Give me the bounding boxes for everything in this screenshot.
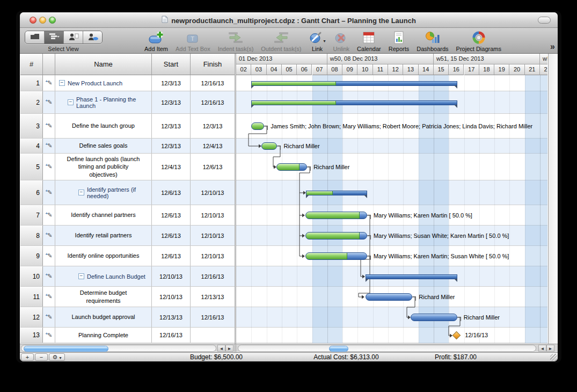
row-number[interactable]: 2 [20,91,43,113]
start-date[interactable]: 12/6/13 [152,246,191,266]
gantt-bar-task-5[interactable] [276,163,307,171]
assign-resources-icon[interactable]: +✎ [43,307,55,327]
task-name-cell[interactable]: Identify retail partners [55,226,152,245]
close-button[interactable] [30,17,36,24]
assign-resources-icon[interactable]: +✎ [43,91,55,113]
start-date[interactable]: 12/3/13 [152,139,191,153]
chart-scroll-left-arrow[interactable]: ◄ [538,345,546,352]
titlebar[interactable]: newproductlaunch_multiproject.cdpz : Gan… [20,12,558,28]
column-header-number[interactable]: # [20,54,43,75]
collapse-toggle[interactable]: − [68,99,74,105]
start-date[interactable]: 12/4/13 [152,154,191,180]
gantt-bar-task-10[interactable] [366,274,457,279]
table-row[interactable]: 10+✎−Define Launch Budget12/10/1312/16/1… [20,266,235,287]
row-number[interactable]: 4 [20,139,43,153]
gantt-bar-task-6[interactable] [306,191,367,195]
row-number[interactable]: 11 [20,287,43,307]
column-header-finish[interactable]: Finish [191,54,235,75]
assign-resources-icon[interactable]: +✎ [43,139,55,153]
row-number[interactable]: 10 [20,266,43,286]
toolbar-button-reports[interactable]: Reports [389,30,410,52]
task-name-cell[interactable]: Define launch goals (launch timing and p… [55,154,152,180]
task-name-cell[interactable]: Identify online opportunities [55,246,152,266]
table-row[interactable]: 11+✎Determine budget requirements12/10/1… [20,287,235,307]
toolbar-button-link[interactable]: ▾Link [309,30,326,52]
finish-date[interactable]: 12/10/13 [191,226,235,245]
table-hscrollbar-thumb[interactable] [24,346,108,352]
table-row[interactable]: 13+✎Planning Complete12/16/13 [20,328,235,343]
select-view-segment-2[interactable] [45,31,64,43]
task-name-cell[interactable]: Define sales goals [55,139,152,153]
row-number[interactable]: 7 [20,205,43,225]
start-date[interactable]: 12/3/13 [152,114,191,138]
assign-resources-icon[interactable]: +✎ [43,226,55,245]
assign-resources-icon[interactable]: +✎ [43,205,55,225]
finish-date[interactable]: 12/6/13 [191,154,235,180]
gantt-bar-task-3[interactable] [251,122,264,130]
gantt-bar-task-7[interactable] [305,212,367,219]
assign-resources-icon[interactable]: +✎ [43,328,55,343]
gantt-bar-task-9[interactable] [305,252,367,260]
table-row[interactable]: 3+✎Define the launch group12/3/1312/3/13 [20,114,235,139]
zoom-button[interactable] [49,17,56,24]
table-row[interactable]: 9+✎Identify online opportunities12/6/131… [20,246,235,266]
assign-resources-icon[interactable]: +✎ [43,180,55,205]
minimize-button[interactable] [39,17,46,24]
task-name-cell[interactable]: −Phase 1 - Planning the Launch [55,91,152,113]
toolbar-toggle-button[interactable] [538,17,551,24]
select-view-segment-4[interactable] [83,31,102,43]
gantt-bar-task-12[interactable] [411,314,457,321]
assign-resources-icon[interactable]: +✎ [43,154,55,180]
collapse-toggle[interactable]: − [59,80,65,86]
start-date[interactable]: 12/10/13 [152,266,191,286]
task-name-cell[interactable]: Planning Complete [55,328,152,343]
row-number[interactable]: 13 [20,328,43,343]
column-header-name[interactable]: Name [55,54,152,75]
finish-date[interactable]: 12/16/13 [191,307,235,327]
gantt-bar-task-11[interactable] [366,293,413,301]
link-dropdown-arrow[interactable]: ▾ [324,39,326,46]
start-date[interactable]: 12/10/13 [152,287,191,307]
gantt-bar-task-1[interactable] [251,81,457,86]
finish-date[interactable]: 12/16/13 [191,266,235,286]
finish-date[interactable]: 12/13/13 [191,287,235,307]
start-date[interactable]: 12/3/13 [152,75,191,91]
collapse-toggle[interactable]: − [78,190,84,195]
select-view-control[interactable] [25,31,103,44]
toolbar-button-calendar[interactable]: Calendar [357,30,381,52]
task-name-cell[interactable]: Determine budget requirements [55,287,152,307]
finish-date[interactable]: 12/4/13 [191,139,235,153]
toolbar-button-project-diagrams[interactable]: Project Diagrams [456,30,501,52]
toolbar-button-dashboards[interactable]: Dashboards [417,30,448,52]
start-date[interactable]: 12/13/13 [152,307,191,327]
table-row[interactable]: 2+✎−Phase 1 - Planning the Launch12/3/13… [20,91,235,114]
row-number[interactable]: 6 [20,180,43,205]
start-date[interactable]: 12/6/13 [152,205,191,225]
row-number[interactable]: 8 [20,226,43,245]
row-number[interactable]: 3 [20,114,43,138]
vertical-scrollbar[interactable] [548,54,558,344]
finish-date[interactable]: 12/10/13 [191,205,235,225]
column-header-icon[interactable] [43,54,55,75]
start-date[interactable]: 12/6/13 [152,180,191,205]
add-row-button[interactable]: + [21,353,34,361]
start-date[interactable]: 12/6/13 [152,226,191,245]
table-row[interactable]: 1+✎−New Product Launch12/3/1312/16/13 [20,75,235,91]
task-name-cell[interactable]: Define the launch group [55,114,152,138]
chart-scroll-right-arrow[interactable]: ► [546,345,554,352]
start-date[interactable]: 12/16/13 [152,328,191,343]
assign-resources-icon[interactable]: +✎ [43,114,55,138]
finish-date[interactable]: 12/10/13 [191,180,235,205]
table-scroll-left-arrow[interactable]: ◄ [217,345,225,352]
table-row[interactable]: 6+✎−Identify partners (if needed)12/6/13… [20,180,235,205]
chart-hscrollbar-track[interactable] [238,345,536,352]
row-number[interactable]: 1 [20,75,43,91]
start-date[interactable]: 12/3/13 [152,91,191,113]
remove-row-button[interactable]: − [35,353,48,361]
table-row[interactable]: 4+✎Define sales goals12/3/1312/4/13 [20,139,235,154]
finish-date[interactable]: 12/16/13 [191,75,235,91]
finish-date[interactable]: 12/16/13 [191,91,235,113]
row-number[interactable]: 9 [20,246,43,266]
table-row[interactable]: 5+✎Define launch goals (launch timing an… [20,154,235,180]
task-name-cell[interactable]: Identify channel partners [55,205,152,225]
